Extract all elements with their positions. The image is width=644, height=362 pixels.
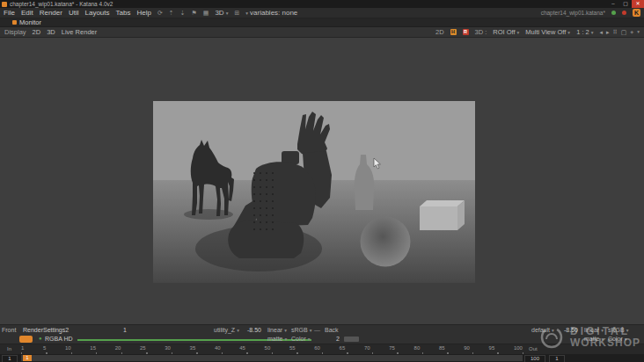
menu-tabs[interactable]: Tabs — [116, 9, 131, 17]
grid-icon[interactable]: ⊞ — [234, 10, 239, 17]
chevron-down-icon: ▾ — [237, 328, 239, 333]
tab-monitor[interactable]: Monitor — [19, 18, 41, 26]
minimize-button[interactable]: – — [607, 0, 619, 8]
scene-file-name: chapter14_wip01.katana* — [541, 10, 605, 16]
chevron-down-icon: ▾ — [567, 30, 570, 35]
close-button[interactable]: ✕ — [632, 0, 644, 8]
multi-view-dropdown[interactable]: Multi View Off ▾ — [525, 28, 570, 36]
back-view-label: default — [531, 327, 550, 333]
out-field[interactable]: 100 — [524, 355, 545, 362]
render-settings-name[interactable]: RenderSettings2 — [23, 327, 69, 333]
back-view-dropdown[interactable]: default ▾ — [531, 327, 554, 333]
tick-label: 100 — [514, 345, 523, 352]
camera-icon[interactable]: ⌖ — [630, 29, 633, 36]
rendered-depth-image — [153, 101, 475, 283]
back-transfer-label: linear — [584, 327, 599, 333]
tick-label: 1 — [21, 345, 24, 352]
back-colorspace-dropdown[interactable]: sRGB ▾ — [608, 327, 628, 333]
tick-label: 10 — [65, 345, 71, 352]
flag-icon[interactable]: ⚑ — [192, 10, 197, 17]
mode-3d-dropdown[interactable]: 3D ▾ — [215, 9, 228, 17]
cube-icon[interactable]: ▦ — [203, 10, 209, 17]
buffer-thumbnail[interactable] — [19, 336, 33, 343]
maximize-button[interactable]: ▢ — [619, 0, 632, 8]
tick-label: 85 — [439, 345, 445, 352]
menu-edit[interactable]: Edit — [21, 9, 33, 17]
chevron-down-icon: ▾ — [285, 337, 288, 342]
pass-status-icon: ● — [39, 336, 42, 341]
roi-label: ROI Off — [493, 28, 515, 36]
playhead[interactable]: 1 — [23, 355, 32, 361]
depth-pass-render — [153, 101, 475, 283]
arrow-up-icon[interactable]: ⇡ — [169, 10, 174, 17]
variables-dropdown[interactable]: ▾ variables: none — [245, 9, 297, 17]
zoom-ratio-dropdown[interactable]: 1 : 2 ▾ — [576, 28, 593, 36]
frame-ruler[interactable]: 1 5 10 15 20 25 30 35 40 45 50 55 60 65 … — [21, 345, 523, 352]
matte-dropdown[interactable]: matte ▾ — [267, 336, 287, 342]
timeline-track[interactable]: 1 1 100 1 — [0, 354, 644, 362]
tick-label: 55 — [289, 345, 296, 352]
back-matte-dropdown[interactable]: matte ▾ — [584, 336, 604, 342]
zoom-ratio-label: 1 : 2 — [576, 28, 589, 36]
frame-icon[interactable]: ▢ — [621, 29, 627, 36]
cube-front-face — [420, 206, 457, 230]
channel-label: utility_Z — [214, 327, 235, 333]
tick-label: 60 — [314, 345, 320, 352]
hud-badge[interactable]: H — [450, 29, 457, 35]
back-transfer-dropdown[interactable]: linear ▾ — [584, 327, 604, 333]
status-green-dot — [611, 11, 616, 15]
chevron-down-icon: ▾ — [517, 30, 520, 35]
tick-label: 95 — [489, 345, 495, 352]
transfer-dropdown[interactable]: linear ▾ — [267, 327, 287, 333]
menu-util[interactable]: Util — [69, 9, 79, 17]
chevron-down-icon: ▾ — [226, 11, 229, 16]
next-icon[interactable]: ▸ — [606, 29, 610, 36]
display-3d-toggle[interactable]: 3D — [47, 28, 55, 36]
pixel-grid-icon[interactable]: ⠿ — [613, 29, 618, 36]
pass-name[interactable]: RGBA HD — [45, 336, 73, 342]
chevron-down-icon: ▾ — [245, 11, 248, 16]
back-buffer-label: Back — [325, 327, 339, 333]
record-badge[interactable]: R — [463, 29, 469, 35]
back-color-dropdown[interactable]: Color ▾ — [608, 336, 627, 342]
back-colorspace-label: sRGB — [608, 327, 625, 333]
back-buffer-swatch[interactable] — [344, 337, 359, 342]
current-frame-field[interactable]: 1 — [549, 355, 565, 362]
colorspace-label: sRGB — [291, 327, 308, 333]
arrow-down-icon[interactable]: ⇣ — [180, 10, 186, 17]
chevron-down-icon: ▾ — [284, 328, 287, 333]
frame-range-bar[interactable] — [21, 355, 523, 361]
tab-modified-icon — [12, 20, 17, 25]
menu-render[interactable]: Render — [40, 9, 62, 17]
display-2d-toggle[interactable]: 2D — [33, 28, 41, 36]
katana-logo: K — [633, 9, 640, 17]
roi-dropdown[interactable]: ROI Off ▾ — [493, 28, 519, 36]
variables-label: variables: none — [250, 9, 297, 17]
back-color-label: Color — [608, 336, 623, 342]
color-dropdown[interactable]: Color ▾ — [291, 336, 311, 342]
tab-bar: Monitor — [0, 18, 644, 27]
exposure-value[interactable]: -8.50 — [247, 327, 261, 333]
3d-section-label: 3D : — [475, 28, 487, 36]
2d-section-label: 2D — [435, 28, 444, 36]
chevron-down-icon: ▾ — [625, 337, 627, 342]
channel-dropdown[interactable]: utility_Z ▾ — [214, 327, 239, 333]
menu-layouts[interactable]: Layouts — [85, 9, 110, 17]
live-render-toggle[interactable]: Live Render — [62, 28, 97, 36]
prev-icon[interactable]: ◂ — [599, 29, 603, 36]
menu-help[interactable]: Help — [136, 9, 150, 17]
in-label: In — [7, 346, 11, 351]
chevron-down-icon[interactable]: ▾ — [637, 29, 640, 36]
mode-3d-label: 3D — [215, 9, 223, 17]
color-label: Color — [291, 336, 306, 342]
reset-icon[interactable]: ⟳ — [157, 10, 163, 17]
title-bar: chapter14_wip01.katana* - Katana 4.0v2 –… — [0, 0, 644, 8]
chevron-down-icon: ▾ — [601, 328, 604, 333]
monitor-viewport[interactable] — [0, 38, 644, 324]
colorspace-dropdown[interactable]: sRGB ▾ — [291, 327, 311, 333]
tick-label: 80 — [414, 345, 421, 352]
menu-file[interactable]: File — [4, 9, 15, 17]
back-exposure-value[interactable]: -8.50 — [564, 327, 578, 333]
in-field[interactable]: 1 — [2, 355, 18, 362]
back-matte-label: matte — [584, 336, 600, 342]
